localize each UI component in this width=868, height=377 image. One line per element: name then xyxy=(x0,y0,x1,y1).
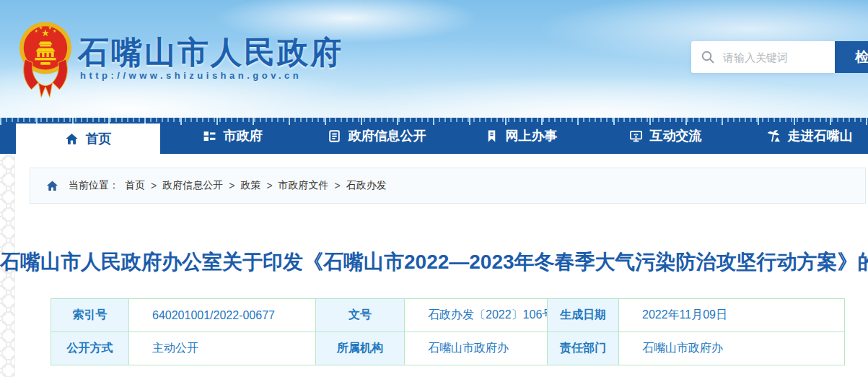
site-url: http://www.shizuishan.gov.cn xyxy=(80,70,302,81)
search-box: 检索 xyxy=(691,41,868,73)
main-nav: 首页 市政府 政府信息公开 xyxy=(0,118,868,154)
breadcrumb-link-current[interactable]: 石政办发 xyxy=(346,179,387,192)
nav-tab-label: 首页 xyxy=(86,130,112,147)
nav-tab-label: 市政府 xyxy=(224,127,263,144)
palm-tree-icon xyxy=(767,129,781,143)
national-emblem-logo xyxy=(17,17,74,100)
index-number-label: 索引号 xyxy=(51,299,129,332)
nav-tab-label: 网上办事 xyxy=(506,127,558,144)
disclosure-mode-value: 主动公开 xyxy=(129,332,316,365)
nav-tab-label: 政府信息公开 xyxy=(348,127,426,144)
breadcrumb-separator: > xyxy=(266,180,272,191)
table-row: 索引号 640201001/2022-00677 文号 石政办发〔2022〕10… xyxy=(51,299,845,332)
bookmark-icon xyxy=(485,129,499,143)
agency-value: 石嘴山市政府办 xyxy=(405,332,548,365)
search-button[interactable]: 检索 xyxy=(835,41,868,73)
doc-number-value: 石政办发〔2022〕106号 xyxy=(405,299,548,332)
nav-tab-home[interactable]: 首页 xyxy=(16,124,160,154)
nav-tab-about-shizuishan[interactable]: 走进石嘴山 xyxy=(737,118,868,154)
monitor-icon xyxy=(629,129,643,143)
resp-department-value: 石嘴山市政府办 xyxy=(619,332,845,365)
agency-label: 所属机构 xyxy=(316,332,405,365)
breadcrumb-home-icon xyxy=(46,180,58,192)
breadcrumb-separator: > xyxy=(229,180,234,191)
nav-tabs: 首页 市政府 政府信息公开 xyxy=(16,118,868,154)
doc-number-label: 文号 xyxy=(316,299,405,332)
document-icon xyxy=(328,129,341,143)
breadcrumb: 当前位置： 首页 > 政府信息公开 > 政策 > 市政府文件 > 石政办发 xyxy=(30,168,866,204)
nav-tab-label: 走进石嘴山 xyxy=(788,127,853,144)
org-list-icon xyxy=(203,129,216,143)
nav-tab-online-services[interactable]: 网上办事 xyxy=(449,118,593,154)
breadcrumb-link-home[interactable]: 首页 xyxy=(125,179,145,192)
article-title: 石嘴山市人民政府办公室关于印发《石嘴山市2022—2023年冬春季大气污染防治攻… xyxy=(0,248,868,276)
home-icon xyxy=(65,132,79,146)
breadcrumb-separator: > xyxy=(151,180,157,191)
nav-tab-gov-info-disclosure[interactable]: 政府信息公开 xyxy=(304,118,449,154)
breadcrumb-link-gov-info[interactable]: 政府信息公开 xyxy=(162,179,223,192)
index-number-value: 640201001/2022-00677 xyxy=(129,299,316,332)
nav-tab-city-government[interactable]: 市政府 xyxy=(160,118,304,154)
created-date-value: 2022年11月09日 xyxy=(619,299,845,332)
breadcrumb-prefix: 当前位置： xyxy=(69,179,119,192)
breadcrumb-link-city-files[interactable]: 市政府文件 xyxy=(279,179,329,192)
breadcrumb-link-policy[interactable]: 政策 xyxy=(240,179,260,192)
main-content: 当前位置： 首页 > 政府信息公开 > 政策 > 市政府文件 > 石政办发 石嘴… xyxy=(0,154,868,377)
document-meta-table: 索引号 640201001/2022-00677 文号 石政办发〔2022〕10… xyxy=(51,298,845,365)
table-row: 公开方式 主动公开 所属机构 石嘴山市政府办 责任部门 石嘴山市政府办 xyxy=(51,332,845,365)
breadcrumb-separator: > xyxy=(335,180,341,191)
nav-tab-interaction[interactable]: 互动交流 xyxy=(593,118,737,154)
created-date-label: 生成日期 xyxy=(548,299,619,332)
nav-tab-label: 互动交流 xyxy=(650,127,702,144)
site-title: 石嘴山市人民政府 xyxy=(78,32,343,74)
resp-department-label: 责任部门 xyxy=(548,332,619,365)
search-icon xyxy=(701,50,715,64)
site-header: 石嘴山市人民政府 http://www.shizuishan.gov.cn 检索 xyxy=(0,0,868,118)
disclosure-mode-label: 公开方式 xyxy=(51,332,129,365)
